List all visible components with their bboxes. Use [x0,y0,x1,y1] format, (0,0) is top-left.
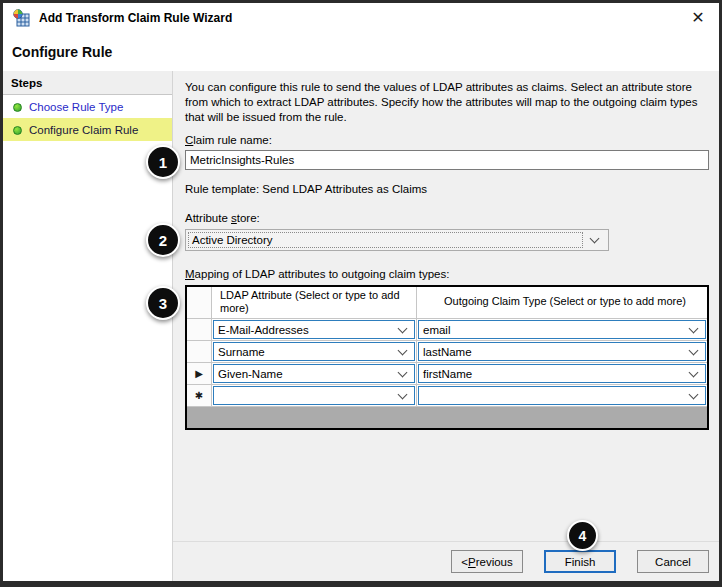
claim-rule-name-input[interactable] [185,150,709,170]
previous-button[interactable]: < Previous [451,550,523,573]
add-transform-claim-rule-wizard-dialog: Add Transform Claim Rule Wizard ✕ Config… [0,0,722,587]
ldap-attribute-select[interactable]: E-Mail-Addresses [213,320,415,339]
row-marker [187,319,212,341]
attribute-store-label: Attribute store: [185,212,719,224]
outgoing-claim-type-select[interactable]: firstName [418,364,706,383]
rule-description-text: You can configure this rule to send the … [185,80,717,126]
claim-rule-name-label: Claim rule name: [185,134,719,146]
table-row: ▶ Given-Name firstName [187,363,707,385]
chevron-down-icon [398,389,408,399]
steps-header: Steps [3,71,172,95]
outgoing-claim-type-select[interactable]: email [418,320,706,339]
title-bar: Add Transform Claim Rule Wizard ✕ [3,3,719,33]
chevron-down-icon [398,367,408,377]
wizard-app-icon [12,9,31,27]
finish-button[interactable]: Finish [544,550,616,573]
callout-4: 4 [567,520,598,551]
current-row-marker: ▶ [187,363,212,385]
ldap-attribute-select[interactable]: Surname [213,342,415,361]
new-row-marker: ✱ [187,385,212,407]
ldap-attribute-select[interactable]: Given-Name [213,364,415,383]
chevron-down-icon [689,367,699,377]
page-title: Configure Rule [12,44,112,60]
outgoing-claim-type-select[interactable]: lastName [418,342,706,361]
step-bullet-icon [13,126,22,135]
chevron-down-icon [398,345,408,355]
step-bullet-icon [13,103,22,112]
sidebar-item-choose-rule-type[interactable]: Choose Rule Type [3,95,172,118]
mapping-label: Mapping of LDAP attributes to outgoing c… [185,268,719,280]
attribute-store-value: Active Directory [188,232,583,248]
callout-1: 1 [146,145,180,179]
content-panel: You can configure this rule to send the … [173,71,719,581]
rule-template-text: Rule template: Send LDAP Attributes as C… [185,183,719,195]
table-empty-area [187,407,707,428]
close-icon[interactable]: ✕ [686,6,710,30]
steps-sidebar: Steps Choose Rule Type Configure Claim R… [3,71,173,581]
attribute-store-select[interactable]: Active Directory [185,229,609,251]
outgoing-claim-type-select[interactable] [418,386,706,405]
chevron-down-icon [689,345,699,355]
step-label: Configure Claim Rule [29,124,138,136]
chevron-down-icon [689,323,699,333]
ldap-attribute-column-header: LDAP Attribute (Select or type to add mo… [212,287,417,320]
cancel-button[interactable]: Cancel [637,550,709,573]
table-header-row: LDAP Attribute (Select or type to add mo… [187,287,707,320]
window-title: Add Transform Claim Rule Wizard [39,11,232,25]
step-label: Choose Rule Type [29,101,123,113]
table-row: Surname lastName [187,341,707,363]
chevron-down-icon [689,389,699,399]
outgoing-claim-type-column-header: Outgoing Claim Type (Select or type to a… [417,287,707,320]
row-marker [187,341,212,363]
ldap-mapping-table: LDAP Attribute (Select or type to add mo… [185,285,709,431]
chevron-down-icon [590,233,600,243]
table-row: ✱ [187,385,707,407]
ldap-attribute-select[interactable] [213,386,415,405]
sidebar-item-configure-claim-rule[interactable]: Configure Claim Rule [3,118,172,141]
row-header-cell [187,287,212,320]
heading-band: Configure Rule [3,33,719,71]
callout-3: 3 [146,286,180,320]
chevron-down-icon [398,323,408,333]
table-row: E-Mail-Addresses email [187,319,707,341]
button-bar: < Previous Finish Cancel [173,541,719,581]
callout-2: 2 [146,223,180,257]
